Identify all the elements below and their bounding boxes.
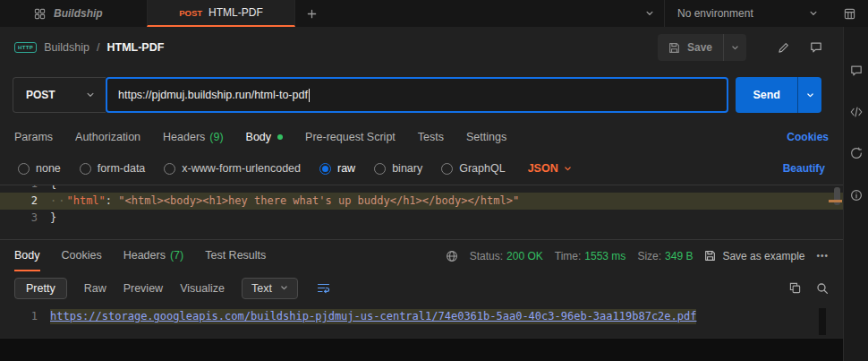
radio-circle bbox=[80, 163, 91, 175]
view-visualize-button[interactable]: Visualize bbox=[180, 282, 225, 295]
json-key: "html" bbox=[66, 194, 105, 207]
cookies-link[interactable]: Cookies bbox=[787, 131, 829, 143]
radio-circle bbox=[18, 163, 30, 175]
tab-body-label: Body bbox=[246, 131, 272, 143]
beautify-link[interactable]: Beautify bbox=[783, 162, 825, 175]
response-toolbar: Pretty Raw Preview Visualize Text bbox=[0, 271, 843, 305]
request-body-editor[interactable]: 1 { 2 ··"html": "<html><body><h1>hey the… bbox=[0, 185, 843, 240]
copy-icon bbox=[789, 282, 801, 294]
breadcrumb: HTTP Buildship / HTML-PDF Save bbox=[0, 27, 843, 68]
radio-raw-label: raw bbox=[337, 162, 355, 175]
line-number: 1 bbox=[0, 185, 50, 193]
tab-pre-request-script[interactable]: Pre-request Script bbox=[305, 131, 396, 143]
radio-urlencoded[interactable]: x-www-form-urlencoded bbox=[164, 162, 301, 175]
radio-circle bbox=[374, 163, 386, 175]
tab-authorization[interactable]: Authorization bbox=[75, 131, 140, 143]
tab-body[interactable]: Body bbox=[246, 131, 284, 143]
send-options-button[interactable] bbox=[797, 77, 821, 113]
sidebar-info-button[interactable] bbox=[850, 189, 863, 202]
network-info-button[interactable] bbox=[446, 250, 458, 262]
response-tab-cookies[interactable]: Cookies bbox=[62, 240, 102, 271]
tab-params[interactable]: Params bbox=[14, 131, 53, 143]
refresh-icon bbox=[850, 147, 863, 159]
sidebar-comments-button[interactable] bbox=[850, 64, 863, 77]
time-label: Time: bbox=[555, 250, 582, 262]
sidebar-code-button[interactable] bbox=[850, 107, 863, 117]
save-options-button[interactable] bbox=[724, 34, 746, 61]
search-button[interactable] bbox=[816, 282, 829, 295]
response-scrollbar-thumb[interactable] bbox=[819, 308, 826, 335]
workspace-switcher[interactable]: Buildship bbox=[0, 0, 147, 27]
tab-settings[interactable]: Settings bbox=[466, 131, 506, 143]
language-selector[interactable]: JSON bbox=[528, 162, 572, 175]
console-strip bbox=[0, 338, 843, 361]
environment-selector[interactable]: No environment bbox=[664, 0, 830, 27]
radio-graphql-label: GraphQL bbox=[459, 162, 505, 175]
editor-content: 1 { 2 ··"html": "<html><body><h1>hey the… bbox=[0, 185, 843, 227]
word-wrap-button[interactable] bbox=[317, 282, 330, 294]
radio-binary[interactable]: binary bbox=[374, 162, 422, 175]
comment-icon bbox=[850, 64, 863, 77]
response-tab-headers-label: Headers bbox=[123, 249, 166, 262]
response-pdf-link[interactable]: https://storage.googleapis.com/buildship… bbox=[50, 309, 696, 324]
environment-quicklook-button[interactable] bbox=[830, 0, 868, 27]
tab-list-button[interactable] bbox=[635, 0, 664, 27]
format-selector[interactable]: Text bbox=[242, 278, 298, 299]
response-status: Status: 200 OK bbox=[470, 250, 543, 262]
response-tab-body-label: Body bbox=[14, 249, 40, 262]
radio-none[interactable]: none bbox=[18, 162, 61, 175]
copy-button[interactable] bbox=[789, 282, 801, 294]
save-as-example-label: Save as example bbox=[722, 250, 804, 262]
time-value: 1553 ms bbox=[584, 250, 625, 262]
top-bar: Buildship POST HTML-PDF No environment bbox=[0, 0, 868, 27]
view-preview-button[interactable]: Preview bbox=[123, 282, 163, 295]
response-tab-body[interactable]: Body bbox=[14, 240, 40, 271]
tab-tests[interactable]: Tests bbox=[418, 131, 444, 143]
whitespace-dots: ·· bbox=[50, 194, 66, 207]
response-tab-test-results[interactable]: Test Results bbox=[205, 240, 266, 271]
send-button-label: Send bbox=[753, 89, 780, 101]
code-token: } bbox=[50, 211, 56, 224]
rename-button[interactable] bbox=[770, 35, 796, 60]
comments-button[interactable] bbox=[804, 35, 829, 60]
http-request-icon: HTTP bbox=[14, 42, 37, 53]
main-panel: HTTP Buildship / HTML-PDF Save bbox=[0, 27, 843, 361]
response-size: Size: 349 B bbox=[637, 250, 693, 262]
radio-circle-selected bbox=[319, 163, 331, 175]
url-input[interactable]: https://pjdmuj.buildship.run/html-to-pdf bbox=[106, 77, 728, 113]
response-more-button[interactable]: ••• bbox=[816, 251, 829, 261]
radio-form-data[interactable]: form-data bbox=[80, 162, 146, 175]
grid-icon bbox=[34, 8, 46, 20]
breadcrumb-workspace[interactable]: Buildship bbox=[44, 41, 89, 54]
grid-icon bbox=[844, 8, 855, 20]
response-tab-headers[interactable]: Headers (7) bbox=[123, 240, 184, 271]
environment-label: No environment bbox=[677, 7, 753, 20]
tab-title: HTML-PDF bbox=[208, 6, 263, 19]
view-pretty-button[interactable]: Pretty bbox=[14, 278, 67, 299]
new-tab-button[interactable] bbox=[295, 0, 328, 27]
sidebar-related-requests-button[interactable] bbox=[850, 147, 863, 159]
radio-binary-label: binary bbox=[392, 162, 422, 175]
response-body-viewer[interactable]: 1 https://storage.googleapis.com/buildsh… bbox=[0, 305, 843, 338]
tab-headers[interactable]: Headers (9) bbox=[163, 131, 224, 143]
headers-count-badge: (9) bbox=[209, 131, 223, 143]
radio-graphql[interactable]: GraphQL bbox=[441, 162, 505, 175]
chevron-down-icon bbox=[806, 91, 814, 99]
save-button[interactable]: Save bbox=[658, 34, 723, 61]
radio-urlencoded-label: x-www-form-urlencoded bbox=[182, 162, 301, 175]
response-time: Time: 1553 ms bbox=[555, 250, 626, 262]
save-button-group[interactable]: Save bbox=[658, 34, 746, 61]
breadcrumb-request-name: HTML-PDF bbox=[106, 41, 164, 54]
workspace-name: Buildship bbox=[54, 7, 103, 20]
editor-scrollbar-thumb[interactable] bbox=[834, 187, 840, 205]
save-icon bbox=[668, 42, 680, 54]
editor-line-highlighted: 2 ··"html": "<html><body><h1>hey there w… bbox=[0, 193, 843, 210]
response-tabs: Body Cookies Headers (7) Test Results St… bbox=[0, 240, 843, 271]
request-tab[interactable]: POST HTML-PDF bbox=[147, 0, 295, 27]
send-button[interactable]: Send bbox=[736, 77, 797, 113]
chevron-down-icon bbox=[86, 90, 95, 99]
save-as-example-button[interactable]: Save as example bbox=[704, 250, 804, 262]
view-raw-button[interactable]: Raw bbox=[84, 282, 106, 295]
radio-raw[interactable]: raw bbox=[319, 162, 355, 175]
method-selector[interactable]: POST bbox=[13, 77, 106, 113]
